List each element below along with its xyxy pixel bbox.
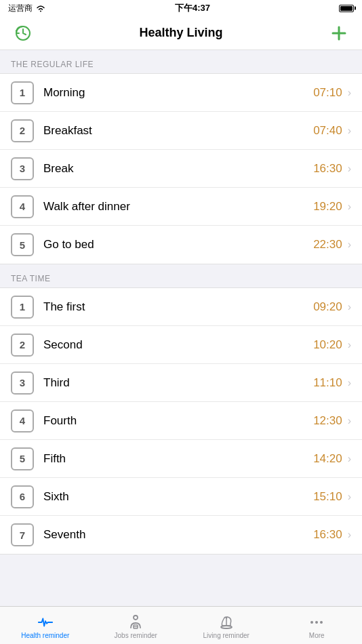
- item-number: 5: [11, 447, 34, 470]
- svg-point-3: [134, 616, 138, 620]
- svg-point-10: [320, 621, 323, 624]
- item-label: Morning: [43, 86, 313, 100]
- item-time: 10:20: [313, 338, 342, 352]
- chevron-icon: ›: [348, 239, 351, 251]
- tab-health-reminder-label: Health reminder: [21, 632, 69, 639]
- item-number: 1: [11, 296, 34, 319]
- list-item[interactable]: 6 Sixth 15:10 ›: [0, 478, 362, 516]
- item-label: Break: [43, 162, 313, 176]
- list-item[interactable]: 3 Break 16:30 ›: [0, 150, 362, 188]
- living-reminder-icon: [218, 614, 235, 630]
- nav-title: Healthy Living: [139, 26, 222, 40]
- content-scroll[interactable]: THE REGULAR LIFE 1 Morning 07:10 › 2 Bre…: [0, 50, 362, 606]
- list-item[interactable]: 1 The first 09:20 ›: [0, 288, 362, 326]
- svg-point-9: [315, 621, 318, 624]
- carrier-text: 运营商: [8, 3, 33, 14]
- status-right: [339, 5, 354, 12]
- item-label: Fourth: [43, 414, 313, 428]
- section-header-teatime: TEA TIME: [0, 264, 362, 287]
- svg-point-8: [310, 621, 313, 624]
- health-reminder-icon: [37, 614, 54, 630]
- item-number: 3: [11, 157, 34, 180]
- item-time: 09:20: [313, 300, 342, 314]
- list-item[interactable]: 1 Morning 07:10 ›: [0, 74, 362, 112]
- list-item[interactable]: 7 Seventh 16:30 ›: [0, 516, 362, 554]
- tab-health-reminder[interactable]: Health reminder: [0, 607, 91, 644]
- item-label: Seventh: [43, 528, 313, 542]
- tab-more[interactable]: More: [272, 607, 363, 644]
- item-number: 7: [11, 523, 34, 546]
- item-label: Second: [43, 338, 313, 352]
- item-time: 07:10: [313, 86, 342, 100]
- tab-bar: Health reminder Jobs reminder Living r: [0, 606, 362, 644]
- chevron-icon: ›: [348, 415, 351, 427]
- svg-point-7: [225, 617, 227, 619]
- list-item[interactable]: 5 Fifth 14:20 ›: [0, 440, 362, 478]
- tab-living-reminder[interactable]: Living reminder: [181, 607, 272, 644]
- section-teatime-list: 1 The first 09:20 › 2 Second 10:20 › 3 T…: [0, 287, 362, 555]
- tab-living-reminder-label: Living reminder: [203, 632, 249, 639]
- item-label: Third: [43, 376, 313, 390]
- item-number: 3: [11, 371, 34, 395]
- list-item[interactable]: 2 Second 10:20 ›: [0, 326, 362, 364]
- chevron-icon: ›: [348, 377, 351, 389]
- history-icon: [14, 24, 33, 43]
- item-number: 4: [11, 409, 34, 432]
- list-item[interactable]: 3 Third 11:10 ›: [0, 364, 362, 402]
- item-time: 22:30: [313, 238, 342, 251]
- chevron-icon: ›: [348, 125, 351, 137]
- chevron-icon: ›: [348, 529, 351, 541]
- status-left: 运营商: [8, 3, 46, 14]
- nav-bar: Healthy Living: [0, 16, 362, 50]
- item-time: 14:20: [313, 452, 342, 466]
- list-item[interactable]: 4 Walk after dinner 19:20 ›: [0, 188, 362, 226]
- item-number: 2: [11, 334, 34, 357]
- list-item[interactable]: 5 Go to bed 22:30 ›: [0, 226, 362, 264]
- item-label: The first: [43, 300, 313, 314]
- add-button[interactable]: [327, 21, 351, 45]
- item-time: 07:40: [313, 124, 342, 138]
- tab-more-label: More: [309, 632, 325, 639]
- item-label: Fifth: [43, 452, 313, 466]
- chevron-icon: ›: [348, 339, 351, 351]
- item-label: Breakfast: [43, 124, 313, 138]
- section-regular-list: 1 Morning 07:10 › 2 Breakfast 07:40 › 3 …: [0, 73, 362, 264]
- chevron-icon: ›: [348, 301, 351, 313]
- item-number: 2: [11, 119, 34, 142]
- item-number: 6: [11, 485, 34, 508]
- battery-icon: [339, 5, 354, 12]
- item-time: 16:30: [313, 162, 342, 176]
- item-time: 11:10: [313, 376, 342, 390]
- chevron-icon: ›: [348, 87, 351, 99]
- chevron-icon: ›: [348, 491, 351, 503]
- section-header-regular: THE REGULAR LIFE: [0, 50, 362, 73]
- item-label: Walk after dinner: [43, 200, 313, 214]
- item-label: Sixth: [43, 490, 313, 504]
- tab-jobs-reminder-label: Jobs reminder: [115, 632, 157, 639]
- chevron-icon: ›: [348, 453, 351, 465]
- tab-jobs-reminder[interactable]: Jobs reminder: [91, 607, 182, 644]
- list-item[interactable]: 4 Fourth 12:30 ›: [0, 402, 362, 440]
- add-icon: [329, 24, 348, 43]
- item-time: 19:20: [313, 200, 342, 214]
- list-item[interactable]: 2 Breakfast 07:40 ›: [0, 112, 362, 150]
- item-number: 5: [11, 233, 34, 256]
- status-time: 下午4:37: [175, 2, 210, 14]
- item-number: 4: [11, 195, 34, 218]
- item-time: 15:10: [313, 490, 342, 504]
- status-bar: 运营商 下午4:37: [0, 0, 362, 16]
- chevron-icon: ›: [348, 201, 351, 213]
- more-icon: [308, 614, 325, 630]
- item-time: 12:30: [313, 414, 342, 428]
- chevron-icon: ›: [348, 163, 351, 175]
- wifi-icon: [35, 4, 46, 12]
- item-time: 16:30: [313, 528, 342, 542]
- jobs-reminder-icon: [127, 614, 144, 630]
- item-label: Go to bed: [43, 238, 313, 251]
- history-button[interactable]: [11, 21, 35, 45]
- item-number: 1: [11, 81, 34, 104]
